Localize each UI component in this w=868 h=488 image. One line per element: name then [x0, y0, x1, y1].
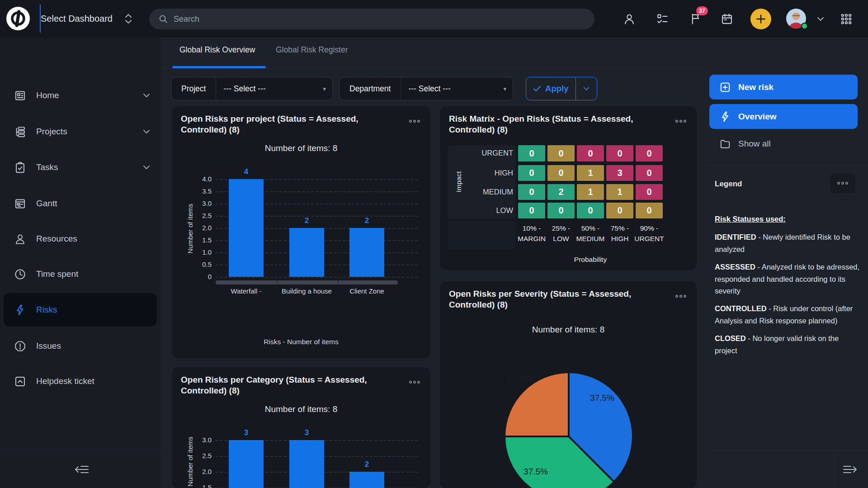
create-new-button[interactable] — [750, 9, 771, 29]
chart-caption: Risks - Number of items — [172, 338, 430, 346]
chevron-down-icon — [142, 93, 151, 98]
sidebar-item-resources[interactable]: Resources — [4, 226, 157, 251]
sidebar-item-tasks[interactable]: Tasks — [4, 155, 157, 180]
panel-menu-kebab-icon[interactable] — [409, 119, 420, 123]
project-filter-value: --- Select --- — [216, 84, 323, 94]
sidebar-item-label: Home — [36, 90, 59, 100]
calendar-icon[interactable] — [716, 0, 738, 38]
avatar-chevron-down-icon[interactable] — [811, 0, 830, 38]
overview-button[interactable]: Overview — [709, 104, 858, 129]
sidebar-item-issues[interactable]: Issues — [4, 333, 157, 359]
panel-menu-kebab-icon[interactable] — [409, 380, 420, 384]
collapse-sidebar-icon[interactable] — [71, 461, 92, 478]
y-tick-label: 0 — [193, 273, 212, 280]
bar — [349, 228, 384, 277]
matrix-cell: 0 — [636, 165, 663, 181]
x-category-label: Building a house — [282, 287, 332, 295]
right-panel-vertical-divider — [834, 450, 835, 488]
impact-axis-label: Impact — [455, 159, 463, 204]
panel-menu-kebab-icon[interactable] — [675, 294, 687, 298]
apps-grid-icon[interactable] — [835, 0, 857, 38]
y-tick-label: 2.5 — [193, 212, 212, 219]
overview-label: Overview — [738, 112, 777, 122]
department-filter-label: Department — [340, 84, 401, 94]
sidebar-item-risks[interactable]: Risks — [4, 293, 157, 327]
show-all-button[interactable]: Show all — [719, 138, 771, 150]
user-icon[interactable] — [618, 0, 640, 38]
y-tick-label: 1.0 — [193, 248, 212, 256]
pie-slice-label: 25.0% — [507, 374, 531, 384]
legend-menu-kebab-icon[interactable] — [830, 173, 855, 193]
bar-value-label: 2 — [349, 460, 384, 469]
sidebar-item-label: Gantt — [36, 199, 57, 208]
x-axis-scrollbar[interactable] — [216, 280, 398, 284]
matrix-cell: 0 — [547, 145, 575, 161]
search-input[interactable] — [174, 14, 585, 24]
sidebar-item-label: Helpdesk ticket — [36, 376, 94, 386]
chart-subtitle: Number of items: 8 — [172, 404, 430, 414]
panel-title: Open Risks per project (Status = Assesse… — [181, 114, 397, 136]
sidebar-nav: HomeProjectsTasksGanttResourcesTime spen… — [0, 38, 160, 488]
y-tick-label: 3.5 — [193, 187, 212, 195]
matrix-cell: 0 — [518, 165, 545, 181]
y-tick-label: 3.0 — [193, 199, 212, 207]
y-tick-label: 2.5 — [193, 452, 212, 460]
panel-menu-kebab-icon[interactable] — [675, 119, 687, 123]
matrix-cell: 3 — [606, 165, 633, 181]
chevron-updown-icon — [124, 14, 132, 24]
bar-value-label: 3 — [229, 428, 264, 437]
sidebar-item-home[interactable]: Home — [4, 83, 157, 108]
sidebar-item-label: Resources — [36, 234, 77, 244]
helpdesk-icon — [14, 375, 26, 388]
legend-heading: Risk Statuses used: — [715, 213, 860, 225]
bar — [289, 228, 324, 277]
tab-global-risk-register[interactable]: Global Risk Register — [276, 45, 348, 55]
check-icon — [533, 85, 541, 92]
department-filter[interactable]: Department --- Select --- ▾ — [339, 77, 513, 100]
pie-slice-separator — [568, 373, 570, 436]
lightning-icon — [719, 111, 731, 123]
user-avatar[interactable] — [786, 9, 806, 28]
panel-open-risks-per-severity: Open Risks per Severity (Status = Assess… — [440, 281, 697, 488]
project-filter[interactable]: Project --- Select --- ▾ — [171, 77, 333, 100]
chart-subtitle: Number of items: 8 — [440, 325, 697, 335]
matrix-cell: 0 — [518, 145, 545, 161]
search-icon — [158, 14, 168, 24]
right-panel-divider — [708, 450, 868, 450]
flag-icon[interactable]: 37 — [685, 0, 707, 38]
y-tick-label: 2.0 — [193, 468, 212, 475]
matrix-col-header: 90% -URGENT — [629, 223, 670, 244]
sidebar-item-projects[interactable]: Projects — [4, 119, 157, 144]
tab-global-risk-overview[interactable]: Global Risk Overview — [179, 45, 255, 55]
apply-filter-button[interactable]: Apply — [526, 77, 597, 100]
pie-slice-label: 37.5% — [524, 467, 548, 477]
sidebar-item-gantt[interactable]: Gantt — [4, 191, 157, 216]
panel-title: Risk Matrix - Open Risks (Status = Asses… — [449, 114, 665, 136]
gridline — [216, 277, 418, 278]
panel-open-risks-per-category: Open Risks per Category (Status = Assess… — [172, 367, 430, 488]
resources-icon — [14, 232, 26, 245]
search-bar[interactable] — [149, 9, 594, 29]
legend-status-item: CONTROLLED - Risk under control (after A… — [715, 303, 860, 327]
flag-notification-badge: 37 — [696, 6, 708, 15]
new-risk-button[interactable]: New risk — [709, 75, 858, 99]
bar-value-label: 4 — [229, 167, 264, 176]
dashboard-selector[interactable]: Select Dashboard — [41, 0, 132, 38]
legend-status-item: ASSESSED - Analyzed risk to be adressed,… — [715, 261, 860, 297]
matrix-cell: 0 — [547, 203, 575, 218]
sidebar-item-time-spent[interactable]: Time spent — [4, 261, 157, 287]
project-filter-label: Project — [171, 84, 216, 94]
matrix-cell: 0 — [606, 203, 633, 218]
panel-risk-matrix: Risk Matrix - Open Risks (Status = Asses… — [440, 106, 697, 270]
expand-panel-icon[interactable] — [840, 461, 861, 478]
y-tick-label: 1.5 — [193, 483, 212, 488]
apply-dropdown-chevron-icon[interactable] — [576, 77, 597, 100]
checklist-icon[interactable] — [651, 0, 673, 38]
bar — [229, 440, 264, 488]
bar-value-label: 3 — [289, 428, 324, 437]
app-logo-icon[interactable] — [6, 7, 30, 30]
matrix-cell: 1 — [577, 184, 604, 200]
matrix-cell: 0 — [606, 145, 633, 161]
sidebar-item-helpdesk-ticket[interactable]: Helpdesk ticket — [4, 369, 157, 394]
bar-value-label: 2 — [289, 216, 324, 225]
